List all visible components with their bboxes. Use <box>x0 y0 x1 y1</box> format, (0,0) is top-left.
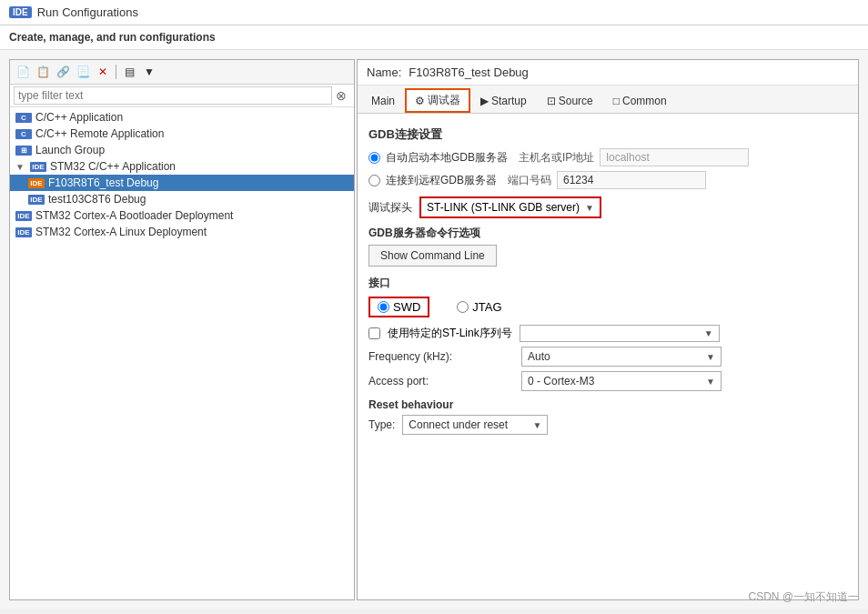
jtag-radio-wrap: JTAG <box>457 300 501 314</box>
tree-item-cpp-remote[interactable]: C C/C++ Remote Application <box>10 126 354 142</box>
tab-main[interactable]: Main <box>361 88 405 113</box>
frequency-dropdown-arrow: ▼ <box>706 352 715 362</box>
ide-badge: IDE <box>9 6 32 18</box>
hostname-label: 主机名或IP地址 <box>519 150 594 166</box>
content-area: GDB连接设置 自动启动本地GDB服务器 主机名或IP地址 连接到远程GDB服务… <box>358 114 858 599</box>
tab-debugger-label: 调试器 <box>428 93 460 108</box>
reset-section-title: Reset behaviour <box>368 398 847 411</box>
ide-icon: C <box>15 113 32 123</box>
tab-startup-label: Startup <box>491 95 527 107</box>
tree-list: C C/C++ Application C C/C++ Remote Appli… <box>10 107 354 599</box>
radio-auto-gdb: 自动启动本地GDB服务器 主机名或IP地址 <box>368 148 847 166</box>
radio-remote-gdb-input[interactable] <box>368 175 380 186</box>
left-panel: 📄 📋 🔗 📃 ✕ ▤ ▼ ⊗ C C/C++ Application C C/… <box>9 59 355 600</box>
frequency-label: Frequency (kHz): <box>368 350 514 363</box>
tree-item-launch-group[interactable]: ⊞ Launch Group <box>10 142 354 158</box>
frequency-select[interactable]: Auto ▼ <box>521 347 722 367</box>
swd-label: SWD <box>393 300 420 314</box>
frequency-value: Auto <box>528 350 550 363</box>
tree-item-stm32-cpp[interactable]: ▼ IDE STM32 C/C++ Application <box>10 158 354 175</box>
access-port-select[interactable]: 0 - Cortex-M3 ▼ <box>521 371 722 391</box>
tree-item-label: STM32 C/C++ Application <box>50 160 176 173</box>
separator <box>116 65 116 79</box>
tree-item-label: STM32 Cortex-A Bootloader Deployment <box>35 209 233 222</box>
gdb-connection-title: GDB连接设置 <box>368 126 847 143</box>
serial-checkbox[interactable] <box>368 327 380 339</box>
duplicate-button[interactable]: 📋 <box>34 63 52 81</box>
ide-icon: IDE <box>28 195 45 205</box>
tab-source-label: Source <box>559 95 593 107</box>
type-select[interactable]: Connect under reset ▼ <box>402 415 548 435</box>
delete-button[interactable]: ✕ <box>94 63 112 81</box>
tree-item-cpp-app[interactable]: C C/C++ Application <box>10 109 354 126</box>
ide-icon: IDE <box>30 162 46 172</box>
subtitle: Create, manage, and run configurations <box>0 25 868 50</box>
access-port-label: Access port: <box>368 375 514 388</box>
tree-item-test103-debug[interactable]: IDE test103C8T6 Debug <box>10 191 354 207</box>
tree-item-f103-debug[interactable]: IDE F103R8T6_test Debug <box>10 175 354 191</box>
access-port-dropdown-arrow: ▼ <box>706 377 715 387</box>
expand-arrow-icon: ▼ <box>15 162 25 172</box>
tab-startup[interactable]: ▶ Startup <box>470 88 537 113</box>
interface-radios: SWD JTAG <box>368 297 847 317</box>
filter-button[interactable]: ▤ <box>120 63 138 81</box>
interface-section-title: 接口 <box>368 276 847 291</box>
swd-radio-wrap: SWD <box>368 297 429 317</box>
copy-button[interactable]: 📃 <box>74 63 92 81</box>
serial-select[interactable]: ▼ <box>520 325 720 342</box>
hostname-input[interactable] <box>600 148 749 166</box>
show-command-line-button[interactable]: Show Command Line <box>368 245 497 267</box>
ide-icon: ⊞ <box>15 146 32 156</box>
debug-probe-row: 调试探头 ST-LINK (ST-LINK GDB server) ▼ <box>368 196 847 218</box>
watermark: CSDN @一知不知道一 <box>748 589 859 605</box>
view-menu-button[interactable]: ▼ <box>140 63 158 81</box>
probe-select[interactable]: ST-LINK (ST-LINK GDB server) ▼ <box>419 196 601 218</box>
probe-select-value: ST-LINK (ST-LINK GDB server) <box>427 201 580 214</box>
link-button[interactable]: 🔗 <box>54 63 72 81</box>
radio-remote-label: 连接到远程GDB服务器 <box>386 173 497 188</box>
access-port-value: 0 - Cortex-M3 <box>528 375 594 388</box>
jtag-radio[interactable] <box>457 301 469 313</box>
name-value: F103R8T6_test Debug <box>409 65 529 79</box>
tree-item-label: C/C++ Remote Application <box>35 127 164 140</box>
radio-auto-label: 自动启动本地GDB服务器 <box>386 150 508 166</box>
tab-debugger[interactable]: ⚙ 调试器 <box>405 88 470 113</box>
type-dropdown-arrow: ▼ <box>532 420 541 430</box>
tab-source[interactable]: ⊡ Source <box>537 88 603 113</box>
common-icon: □ <box>613 95 620 107</box>
ide-icon: IDE <box>15 211 32 221</box>
tree-item-stm32-linux[interactable]: IDE STM32 Cortex-A Linux Deployment <box>10 224 354 240</box>
filter-input[interactable] <box>14 86 332 105</box>
tree-item-label: test103C8T6 Debug <box>48 193 146 206</box>
ide-icon: C <box>15 129 32 139</box>
startup-icon: ▶ <box>480 95 489 107</box>
swd-radio[interactable] <box>378 301 389 313</box>
debugger-icon: ⚙ <box>415 95 425 107</box>
source-icon: ⊡ <box>547 95 556 107</box>
serial-row: 使用特定的ST-Link序列号 ▼ <box>368 325 847 342</box>
name-row: Name: F103R8T6_test Debug <box>358 60 858 86</box>
port-label: 端口号码 <box>508 173 551 188</box>
type-select-value: Connect under reset <box>409 418 508 431</box>
radio-auto-gdb-input[interactable] <box>368 152 380 164</box>
new-config-button[interactable]: 📄 <box>14 63 32 81</box>
title-bar: IDE Run Configurations <box>0 0 868 25</box>
filter-clear-button[interactable]: ⊗ <box>332 88 350 103</box>
probe-label: 调试探头 <box>368 200 412 216</box>
tabs-row: Main ⚙ 调试器 ▶ Startup ⊡ Source □ Common <box>358 86 858 114</box>
ide-icon-selected: IDE <box>28 178 45 188</box>
tree-item-label: Launch Group <box>35 144 105 156</box>
gdb-cmd-title: GDB服务器命令行选项 <box>368 226 847 241</box>
tab-common[interactable]: □ Common <box>603 88 677 113</box>
tree-item-label: STM32 Cortex-A Linux Deployment <box>35 226 207 238</box>
port-input[interactable] <box>557 171 706 189</box>
tree-item-stm32-boot[interactable]: IDE STM32 Cortex-A Bootloader Deployment <box>10 207 354 224</box>
ide-icon: IDE <box>15 227 32 237</box>
right-panel: Name: F103R8T6_test Debug Main ⚙ 调试器 ▶ S… <box>357 59 859 600</box>
dialog-title: Run Configurations <box>37 5 138 19</box>
tab-common-label: Common <box>622 95 667 107</box>
serial-dropdown-arrow: ▼ <box>704 328 713 338</box>
filter-box: ⊗ <box>10 85 354 107</box>
type-label: Type: <box>368 418 395 431</box>
dialog-body: 📄 📋 🔗 📃 ✕ ▤ ▼ ⊗ C C/C++ Application C C/… <box>0 50 868 609</box>
